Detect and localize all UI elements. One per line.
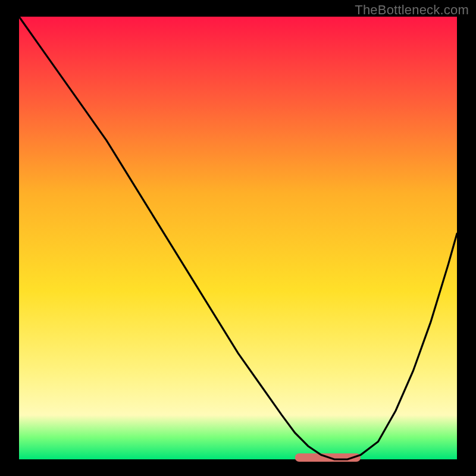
chart-frame: TheBottleneck.com (0, 0, 476, 476)
bottleneck-chart (0, 0, 476, 476)
watermark-text: TheBottleneck.com (355, 2, 469, 18)
plot-background (19, 17, 457, 459)
